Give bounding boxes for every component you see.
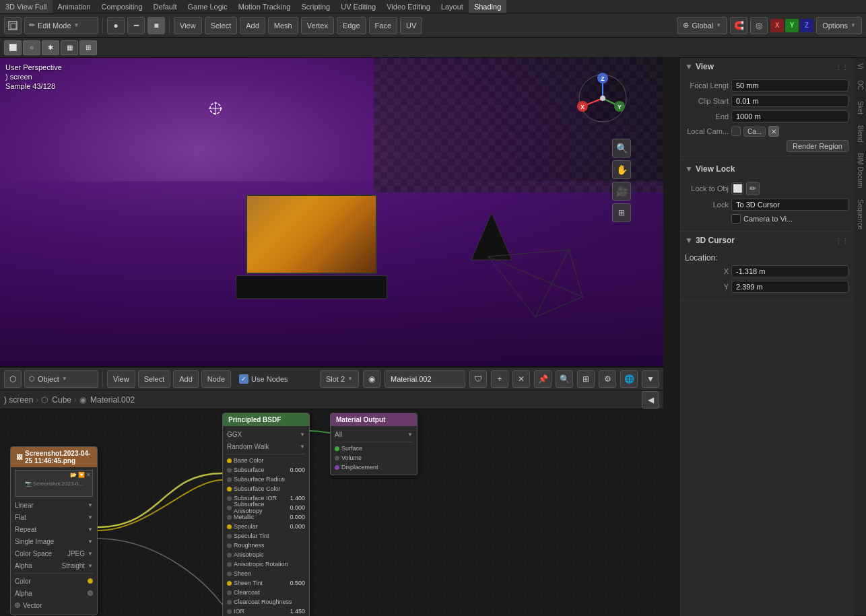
bsdf-ggx-row[interactable]: GGX ▼ — [227, 429, 305, 440]
mesh-menu[interactable]: Mesh — [268, 17, 298, 34]
breadcrumb-cube[interactable]: Cube — [52, 395, 71, 405]
alpha-dropdown[interactable]: ▼ — [88, 563, 93, 569]
view-section-header[interactable]: ▼ View ⋮⋮ — [679, 58, 854, 75]
camera-to-vi-box[interactable] — [731, 214, 741, 224]
color-space-dropdown[interactable]: ▼ — [88, 551, 93, 557]
view-menu-dots[interactable]: ⋮⋮ — [835, 63, 848, 71]
lock-value[interactable]: To 3D Cursor — [731, 199, 848, 211]
cam-btn[interactable]: Ca... — [743, 127, 766, 137]
node-more-icon[interactable]: ▼ — [642, 370, 659, 388]
select-mode-face[interactable]: ■ — [147, 17, 165, 34]
image-texture-node[interactable]: 🖼 Screenshot.2023-04-25 11:46:45.png 📷 S… — [10, 446, 98, 615]
select-mode-edge[interactable]: ━ — [127, 17, 145, 34]
edge-menu[interactable]: Edge — [337, 17, 366, 34]
view-lock-header[interactable]: ▼ View Lock — [679, 160, 854, 178]
cursor-section-header[interactable]: ▼ 3D Cursor ⋮⋮ — [679, 232, 854, 249]
material-output-node[interactable]: Material Output All ▼ Surface Volume Dis… — [330, 413, 418, 475]
linear-row[interactable]: Linear ▼ — [15, 500, 93, 510]
img-close-icon[interactable]: ✕ — [86, 472, 91, 478]
lock-to-obj-edit[interactable]: ✏ — [746, 182, 760, 195]
select-mode-vertex[interactable]: ● — [107, 17, 125, 34]
node-mode-icon[interactable]: ⬡ — [4, 370, 22, 388]
material-name-field[interactable]: Material.002 — [385, 370, 465, 388]
menubar-compositing[interactable]: Compositing — [96, 0, 147, 13]
material-close-icon[interactable]: ✕ — [512, 370, 530, 388]
menubar-scripting[interactable]: Scripting — [296, 0, 335, 13]
breadcrumb-screen[interactable]: ) screen — [4, 395, 33, 405]
edit-mode-dropdown[interactable]: ✏ Edit Mode ▼ — [24, 17, 98, 34]
side-tab-sequence[interactable]: Sequence — [854, 194, 866, 235]
menubar-videoediting[interactable]: Video Editing — [381, 0, 436, 13]
select-menu[interactable]: Select — [205, 17, 238, 34]
select-lasso-icon[interactable]: ✱ — [42, 40, 59, 55]
local-cam-checkbox[interactable] — [731, 127, 741, 136]
focal-length-value[interactable]: 50 mm — [731, 79, 848, 92]
cursor-y-value[interactable]: 2.399 m — [731, 281, 848, 293]
menubar-shading[interactable]: Shading — [469, 0, 506, 13]
pan-btn[interactable]: ✋ — [612, 160, 631, 179]
face-menu[interactable]: Face — [369, 17, 397, 34]
clip-start-value[interactable]: 0.01 m — [731, 95, 848, 107]
add-menu[interactable]: Add — [240, 17, 265, 34]
menubar-animation[interactable]: Animation — [53, 0, 96, 13]
side-tab-bimdocum[interactable]: BIM Docum — [854, 147, 866, 193]
menubar-layout[interactable]: Layout — [436, 0, 469, 13]
select-alt-icon[interactable]: ⊞ — [79, 40, 97, 55]
single-image-row[interactable]: Single Image ▼ — [15, 536, 93, 547]
breadcrumb-material[interactable]: Material.002 — [90, 395, 135, 405]
alpha-field-row[interactable]: Alpha Straight ▼ — [15, 560, 93, 571]
viewport-3d[interactable]: User Perspective ) screen Sample 43/128 … — [0, 58, 663, 366]
node-node-menu[interactable]: Node — [201, 370, 231, 388]
linear-dropdown-arrow[interactable]: ▼ — [88, 502, 93, 508]
axis-z-btn[interactable]: Z — [800, 19, 813, 32]
node-select-menu[interactable]: Select — [138, 370, 171, 388]
material-add-icon[interactable]: + — [491, 370, 508, 388]
flat-dropdown-arrow[interactable]: ▼ — [88, 514, 93, 520]
node-collapse-icon[interactable]: ◀ — [642, 391, 659, 409]
node-object-dropdown[interactable]: ⬡ Object ▼ — [24, 370, 98, 388]
img-open-icon[interactable]: 📂 — [70, 472, 77, 478]
side-tab-sket[interactable]: Sket — [854, 96, 866, 120]
node-canvas[interactable]: 🖼 Screenshot.2023-04-25 11:46:45.png 📷 S… — [0, 409, 663, 616]
menubar-3dview[interactable]: 3D View Full — [0, 0, 53, 13]
clip-end-value[interactable]: 1000 m — [731, 110, 848, 123]
axis-x-btn[interactable]: X — [770, 19, 784, 32]
transform-dropdown[interactable]: ⊕Global▼ — [677, 17, 727, 34]
side-tab-oc[interactable]: OC — [854, 75, 866, 96]
color-space-row[interactable]: Color Space JPEG ▼ — [15, 548, 93, 559]
node-add-menu[interactable]: Add — [173, 370, 199, 388]
repeat-dropdown-arrow[interactable]: ▼ — [88, 526, 93, 533]
vertex-menu[interactable]: Vertex — [301, 17, 334, 34]
menubar-gamelogic[interactable]: Game Logic — [182, 0, 232, 13]
render-region-btn[interactable]: Render Region — [787, 140, 848, 152]
view-cube-icon[interactable] — [4, 17, 22, 34]
menubar-default[interactable]: Default — [148, 0, 182, 13]
side-tab-blend[interactable]: Blend — [854, 120, 866, 148]
img-browse-icon[interactable]: 🔽 — [78, 472, 85, 478]
node-view-menu[interactable]: View — [107, 370, 135, 388]
repeat-row[interactable]: Repeat ▼ — [15, 524, 93, 535]
use-nodes-checkbox[interactable]: Use Nodes — [239, 374, 288, 384]
principled-bsdf-node[interactable]: Principled BSDF GGX ▼ Random Walk ▼ Base… — [222, 413, 310, 616]
select-checker-icon[interactable]: ▦ — [61, 40, 78, 55]
local-cam-close[interactable]: ✕ — [768, 126, 779, 137]
cursor-menu-dots[interactable]: ⋮⋮ — [835, 237, 848, 244]
bsdf-randomwalk-row[interactable]: Random Walk ▼ — [227, 441, 305, 452]
node-zoom-icon[interactable]: 🔍 — [556, 370, 573, 388]
node-world-icon[interactable]: 🌐 — [620, 370, 638, 388]
select-circle-icon[interactable]: ○ — [23, 40, 40, 55]
menubar-uvediting[interactable]: UV Editing — [335, 0, 381, 13]
mat-all-row[interactable]: All ▼ — [335, 429, 413, 440]
menubar-motiontracking[interactable]: Motion Tracking — [233, 0, 296, 13]
single-image-dropdown[interactable]: ▼ — [88, 539, 93, 545]
options-button[interactable]: Options▼ — [816, 17, 862, 34]
uv-menu[interactable]: UV — [400, 17, 422, 34]
select-box-icon[interactable]: ⬜ — [4, 40, 22, 55]
side-tab-vi[interactable]: Vi — [854, 58, 866, 75]
view-menu[interactable]: View — [174, 17, 202, 34]
snap-icon[interactable]: 🧲 — [730, 17, 747, 34]
cursor-x-value[interactable]: -1.318 m — [731, 265, 848, 277]
slot-dropdown[interactable]: Slot 2 ▼ — [320, 370, 359, 388]
material-sphere-icon[interactable]: ◉ — [363, 370, 380, 388]
camera-btn[interactable]: 🎥 — [612, 182, 631, 201]
